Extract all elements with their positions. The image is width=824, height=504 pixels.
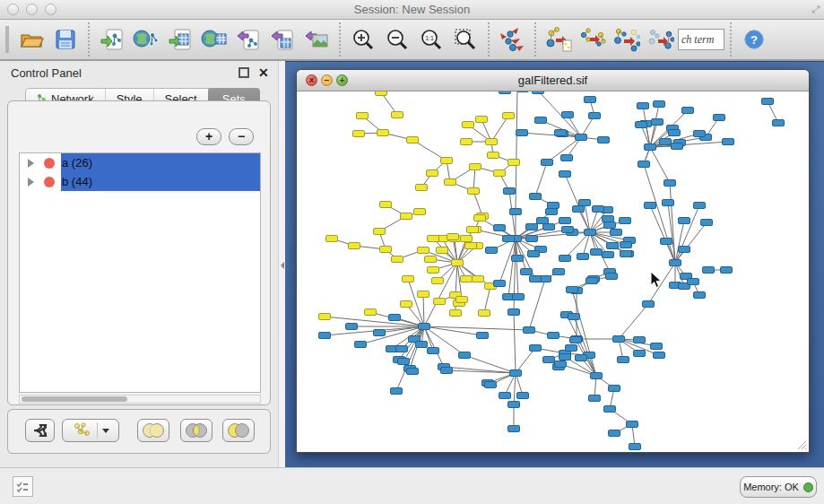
network-node-blue[interactable] [670, 260, 681, 266]
network-node-yellow[interactable] [401, 301, 412, 308]
expand-arrow-icon[interactable] [28, 159, 34, 168]
network-node-blue[interactable] [374, 330, 386, 336]
network-node-yellow[interactable] [461, 236, 473, 242]
select-all-button[interactable] [610, 22, 644, 56]
network-edge[interactable] [444, 367, 516, 373]
network-node-blue[interactable] [586, 278, 598, 284]
network-node-blue[interactable] [651, 343, 663, 350]
network-node-yellow[interactable] [488, 152, 499, 159]
network-edge[interactable] [484, 286, 490, 313]
network-node-blue[interactable] [576, 355, 587, 361]
network-node-yellow[interactable] [401, 213, 412, 220]
resize-grip-icon[interactable] [795, 439, 807, 450]
network-node-blue[interactable] [355, 342, 367, 348]
network-node-blue[interactable] [517, 393, 529, 399]
network-edge[interactable] [516, 91, 517, 212]
network-node-blue[interactable] [516, 130, 528, 136]
network-node-blue[interactable] [598, 137, 610, 143]
network-node-blue[interactable] [591, 373, 603, 379]
add-set-button[interactable]: + [196, 128, 221, 145]
network-node-yellow[interactable] [380, 247, 392, 253]
network-node-blue[interactable] [714, 115, 725, 121]
union-sets-button[interactable] [137, 419, 169, 442]
network-node-blue[interactable] [609, 430, 620, 437]
network-node-blue[interactable] [576, 135, 587, 141]
network-edge[interactable] [516, 239, 518, 297]
network-node-blue[interactable] [391, 388, 403, 395]
toolbar-drag-handle[interactable] [5, 26, 9, 53]
network-node-blue[interactable] [510, 209, 522, 215]
network-node-yellow[interactable] [479, 310, 490, 317]
network-node-blue[interactable] [694, 292, 706, 299]
network-node-yellow[interactable] [416, 185, 428, 191]
network-edge[interactable] [491, 116, 508, 142]
network-node-blue[interactable] [570, 337, 582, 343]
network-node-yellow[interactable] [452, 260, 464, 266]
network-node-blue[interactable] [672, 143, 683, 150]
network-node-blue[interactable] [664, 180, 676, 187]
network-node-blue[interactable] [620, 242, 632, 248]
network-window-titlebar[interactable]: × − + galFiltered.sif [297, 70, 809, 91]
network-node-blue[interactable] [609, 386, 620, 392]
scrollbar-thumb[interactable] [22, 396, 127, 402]
open-file-button[interactable] [14, 22, 48, 56]
network-node-blue[interactable] [634, 351, 646, 357]
network-node-yellow[interactable] [474, 215, 486, 222]
network-node-yellow[interactable] [418, 291, 429, 298]
network-node-blue[interactable] [652, 119, 664, 126]
network-node-blue[interactable] [494, 281, 506, 287]
network-node-blue[interactable] [319, 333, 331, 339]
network-node-blue[interactable] [508, 402, 520, 408]
network-node-blue[interactable] [585, 97, 596, 103]
network-node-blue[interactable] [585, 230, 596, 236]
network-node-yellow[interactable] [486, 139, 498, 145]
network-node-blue[interactable] [428, 348, 439, 354]
zoom-out-button[interactable] [380, 22, 414, 56]
network-canvas-area[interactable] [297, 91, 809, 452]
zoom-actual-button[interactable]: 1:1 [414, 22, 448, 56]
network-edge[interactable] [423, 294, 424, 326]
network-node-blue[interactable] [611, 230, 622, 236]
network-node-blue[interactable] [589, 395, 601, 402]
network-node-blue[interactable] [508, 426, 520, 432]
network-node-yellow[interactable] [476, 117, 488, 123]
network-node-blue[interactable] [419, 324, 430, 330]
network-node-yellow[interactable] [441, 158, 453, 164]
network-node-blue[interactable] [660, 139, 672, 145]
network-node-yellow[interactable] [468, 188, 480, 195]
network-node-blue[interactable] [591, 249, 603, 256]
collapse-arrow-icon[interactable] [281, 262, 284, 269]
network-node-yellow[interactable] [380, 202, 392, 208]
network-node-blue[interactable] [526, 236, 538, 242]
network-node-yellow[interactable] [473, 276, 484, 282]
network-node-yellow[interactable] [403, 276, 414, 282]
network-node-blue[interactable] [510, 370, 522, 377]
network-node-blue[interactable] [645, 203, 656, 209]
network-node-yellow[interactable] [467, 227, 479, 233]
network-node-blue[interactable] [721, 267, 733, 274]
export-image-button[interactable] [299, 22, 334, 56]
task-history-button[interactable] [13, 476, 33, 497]
network-node-blue[interactable] [407, 369, 419, 375]
expand-arrow-icon[interactable] [28, 178, 34, 187]
network-node-blue[interactable] [577, 254, 589, 260]
network-node-blue[interactable] [526, 224, 538, 230]
network-node-blue[interactable] [703, 267, 715, 274]
network-node-yellow[interactable] [447, 234, 459, 240]
network-node-blue[interactable] [389, 315, 401, 321]
network-node-blue[interactable] [603, 252, 614, 258]
network-node-yellow[interactable] [432, 278, 444, 284]
network-node-blue[interactable] [555, 361, 567, 368]
close-panel-button[interactable]: ✕ [258, 65, 269, 80]
network-node-yellow[interactable] [414, 209, 426, 215]
network-node-blue[interactable] [535, 117, 547, 124]
network-node-yellow[interactable] [418, 248, 429, 254]
network-node-yellow[interactable] [374, 229, 386, 235]
network-edge[interactable] [514, 312, 516, 373]
network-node-yellow[interactable] [450, 310, 462, 317]
network-node-blue[interactable] [543, 357, 555, 363]
network-node-blue[interactable] [638, 161, 650, 168]
network-node-blue[interactable] [485, 382, 497, 388]
network-node-blue[interactable] [494, 225, 506, 231]
network-node-blue[interactable] [682, 108, 694, 114]
